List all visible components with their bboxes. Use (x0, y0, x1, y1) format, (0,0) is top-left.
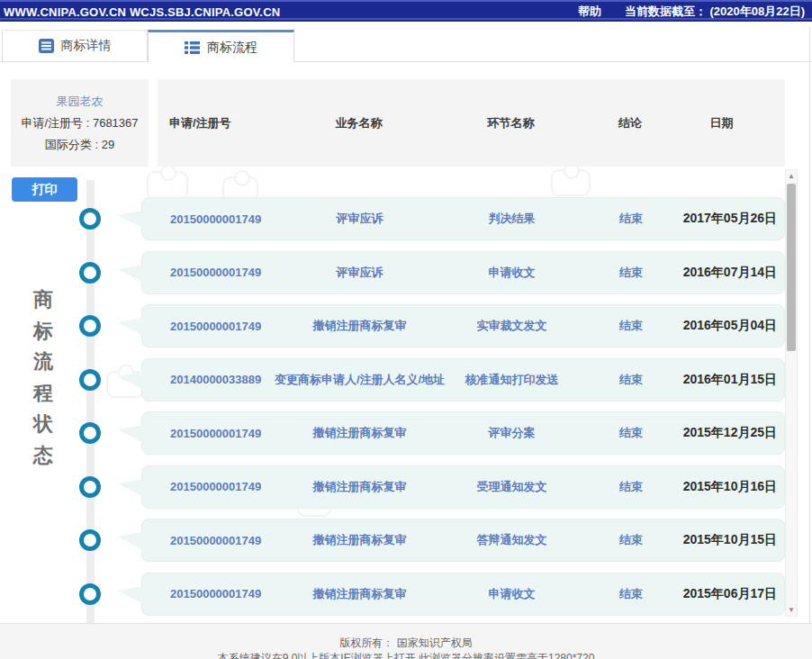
row-date: 2016年05月04日 (672, 318, 784, 334)
row-date: 2016年01月15日 (672, 372, 784, 388)
tab-trademark-details[interactable]: 商标详情 (2, 30, 148, 62)
row-app-number: 20150000001749 (170, 320, 286, 333)
document-icon (39, 39, 54, 53)
row-app-number: 20140000033889 (170, 373, 286, 386)
header-date: 日期 (671, 115, 785, 131)
tab-bar: 商标详情 商标流程 (0, 30, 812, 62)
row-conclusion: 结束 (591, 532, 672, 548)
row-conclusion: 结束 (591, 211, 672, 227)
header-conclusion: 结论 (590, 115, 671, 131)
header-step-name: 环节名称 (432, 115, 590, 131)
row-app-number: 20150000001749 (170, 427, 286, 440)
vertical-title: 商标流程状态 (27, 284, 59, 471)
row-business-name: 撤销注册商标复审 (286, 425, 433, 441)
row-business-name: 评审应诉 (286, 211, 433, 227)
row-conclusion: 结束 (591, 479, 672, 495)
trademark-name-link[interactable]: 果园老农 (11, 91, 149, 113)
scroll-up-icon[interactable]: ▲ (786, 170, 797, 182)
row-step-name: 评审分案 (433, 425, 591, 441)
flow-row: 20150000001749 撤销注册商标复审 申请收文 结束 2015年06月… (141, 573, 785, 616)
copyright-text: 版权所有： 国家知识产权局 (0, 636, 812, 651)
flow-row: 20150000001749 撤销注册商标复审 答辩通知发文 结束 2015年1… (141, 519, 785, 562)
row-business-name: 撤销注册商标复审 (286, 586, 433, 602)
row-conclusion: 结束 (591, 425, 672, 441)
timeline-node-icon (79, 476, 101, 498)
row-step-name: 核准通知打印发送 (433, 372, 591, 388)
row-step-name: 受理通知发文 (433, 479, 591, 495)
site-url-text: WWW.CNIPA.GOV.CN WCJS.SBJ.CNIPA.GOV.CN (0, 5, 280, 19)
registration-number-text: 申请/注册号 : 7681367 (11, 113, 149, 134)
timeline-node-icon (79, 529, 101, 551)
flow-row: 20150000001749 撤销注册商标复审 评审分案 结束 2015年12月… (141, 411, 785, 455)
row-step-name: 判决结果 (433, 211, 591, 227)
print-button[interactable]: 打印 (12, 177, 77, 202)
flow-row: 20140000033889 变更商标申请人/注册人名义/地址 核准通知打印发送… (141, 358, 785, 402)
row-conclusion: 结束 (591, 318, 672, 334)
row-business-name: 撤销注册商标复审 (286, 532, 433, 548)
row-date: 2015年12月25日 (672, 425, 784, 441)
timeline-node-icon (79, 422, 101, 444)
row-date: 2015年06月17日 (672, 586, 784, 602)
table-header: 申请/注册号 业务名称 环节名称 结论 日期 (158, 79, 785, 167)
timeline-node-icon (79, 315, 101, 337)
row-date: 2015年10月15日 (672, 532, 784, 548)
page-right-border (809, 27, 810, 623)
header-business-name: 业务名称 (285, 115, 432, 131)
timeline-node-icon (79, 208, 101, 230)
row-business-name: 撤销注册商标复审 (286, 318, 433, 334)
row-app-number: 20150000001749 (170, 266, 286, 279)
tab-trademark-flow[interactable]: 商标流程 (148, 30, 294, 63)
row-date: 2015年10月16日 (672, 479, 784, 495)
row-app-number: 20150000001749 (170, 587, 286, 600)
topbar-right: 帮助 当前数据截至： (2020年08月22日) (578, 4, 812, 20)
vertical-scrollbar[interactable]: ▲ ▼ (785, 169, 798, 617)
scrollbar-thumb[interactable] (787, 184, 796, 351)
list-icon (185, 41, 200, 55)
trademark-info-panel: 果园老农 申请/注册号 : 7681367 国际分类 : 29 (11, 79, 149, 167)
row-app-number: 20150000001749 (170, 534, 286, 547)
help-link[interactable]: 帮助 (578, 4, 601, 20)
row-date: 2016年07月14日 (672, 265, 784, 281)
watermark-puzzle-icon (551, 169, 591, 196)
flow-row: 20150000001749 撤销注册商标复审 实审裁文发文 结束 2016年0… (141, 304, 785, 348)
row-business-name: 评审应诉 (286, 265, 433, 281)
top-bar: WWW.CNIPA.GOV.CN WCJS.SBJ.CNIPA.GOV.CN 帮… (0, 0, 812, 22)
scroll-down-icon[interactable]: ▼ (786, 604, 797, 616)
flow-rows: 20150000001749 评审应诉 判决结果 结束 2017年05月26日 … (141, 197, 785, 623)
flow-row: 20150000001749 评审应诉 判决结果 结束 2017年05月26日 (141, 197, 785, 240)
timeline-node-icon (79, 262, 101, 284)
tab-label: 商标流程 (207, 40, 257, 56)
row-step-name: 答辩通知发文 (433, 532, 591, 548)
row-business-name: 撤销注册商标复审 (286, 479, 433, 495)
footer: 版权所有： 国家知识产权局 本系统建议在9.0以上版本IE浏览器上打开,此浏览器… (0, 623, 812, 659)
row-date: 2017年05月26日 (672, 211, 784, 227)
timeline-node-icon (79, 583, 101, 605)
row-conclusion: 结束 (591, 372, 672, 388)
header-app-number: 申请/注册号 (169, 115, 285, 131)
row-business-name: 变更商标申请人/注册人名义/地址 (286, 372, 433, 388)
flow-row: 20150000001749 评审应诉 申请收文 结束 2016年07月14日 (141, 251, 785, 294)
international-class-text: 国际分类 : 29 (11, 134, 149, 156)
row-step-name: 申请收文 (433, 586, 591, 602)
row-step-name: 实审裁文发文 (433, 318, 591, 334)
row-conclusion: 结束 (591, 586, 672, 602)
row-app-number: 20150000001749 (170, 480, 286, 493)
browser-advice-text: 本系统建议在9.0以上版本IE浏览器上打开,此浏览器分辨率设置需高于1280*7… (0, 651, 812, 659)
tab-label: 商标详情 (61, 38, 112, 54)
row-app-number: 20150000001749 (170, 212, 286, 226)
row-step-name: 申请收文 (433, 265, 591, 281)
data-cutoff-text: 当前数据截至： (2020年08月22日) (625, 4, 805, 20)
timeline-node-icon (79, 369, 101, 391)
watermark-puzzle-icon (147, 171, 188, 200)
timeline (79, 197, 101, 623)
row-conclusion: 结束 (591, 265, 672, 281)
page: WWW.CNIPA.GOV.CN WCJS.SBJ.CNIPA.GOV.CN 帮… (0, 0, 812, 659)
flow-row: 20150000001749 撤销注册商标复审 受理通知发文 结束 2015年1… (141, 465, 785, 509)
